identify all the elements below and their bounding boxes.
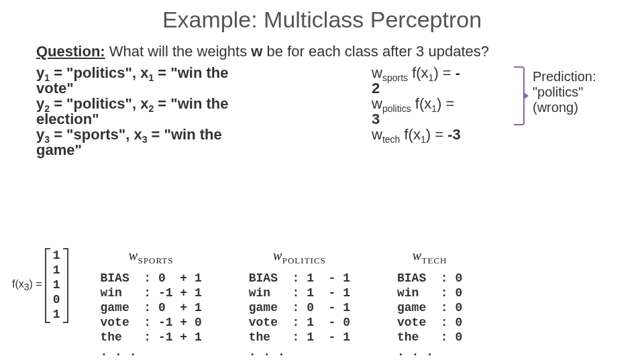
w-sports-header: wSPORTS	[129, 248, 174, 266]
score-tech: 3 wtech f(x1) = -3	[372, 111, 513, 145]
y3-eq: = "sports", x	[50, 126, 142, 143]
politics-val: 3	[372, 111, 380, 127]
w-politics-header: wPOLITICS	[273, 248, 326, 266]
fx-eq: ) =	[433, 64, 455, 81]
training-examples: y1 = "politics", x1 = "win the vote" y2 …	[36, 65, 325, 158]
w-sym-hdr3: w	[413, 248, 422, 263]
tables-row: f(x3) = 1 1 1 0 1 wSPORTS BIAS : 0 + 1 w…	[0, 248, 644, 360]
w-politics-sub: POLITICS	[282, 255, 326, 265]
fx-open2: f(x	[411, 95, 432, 112]
y-sym: y	[36, 64, 44, 81]
wsym2: w	[372, 95, 382, 112]
w-tech-group: wTECH BIAS : 0 win : 0 game : 0 vote : 0…	[397, 248, 462, 360]
sports-val: -	[455, 64, 460, 81]
y1-eq: = "politics", x	[50, 64, 148, 81]
fx-v0: 1	[53, 249, 60, 263]
w-sym-hdr2: w	[273, 248, 282, 263]
fx-values: 1 1 1 0 1	[50, 249, 63, 322]
slide-body: Question: What will the weights w be for…	[0, 33, 644, 158]
fx-label: f(x3) =	[12, 278, 42, 292]
fx-sub-lbl: 3	[24, 282, 30, 293]
sports-val2: 2	[372, 80, 380, 97]
fx-b: ) =	[30, 278, 42, 290]
w-sports-group: wSPORTS BIAS : 0 + 1 win : -1 + 1 game :…	[101, 248, 202, 360]
fx-sub2: 1	[431, 103, 437, 114]
x2-cont: election"	[36, 111, 99, 127]
x1-val: = "win the	[154, 64, 228, 81]
example-line-3: election" y3 = "sports", x3 = "win the	[36, 111, 325, 145]
x1-cont: vote"	[36, 80, 74, 97]
fx-open: f(x	[408, 64, 429, 81]
w-sym-hdr1: w	[129, 248, 138, 263]
wsports-sub: sports	[382, 72, 408, 83]
w-tech-table: BIAS : 0 win : 0 game : 0 vote : 0 the :…	[397, 272, 462, 360]
y3-sym: y	[36, 126, 44, 143]
w-politics-table: BIAS : 1 - 1 win : 1 - 1 game : 0 - 1 vo…	[249, 272, 350, 360]
prediction-value: "politics"	[533, 84, 596, 100]
y2-sym: y	[36, 95, 44, 112]
question-label: Question:	[36, 43, 105, 60]
fx-a: f(x	[12, 278, 24, 290]
fx-vector-block: f(x3) = 1 1 1 0 1	[12, 248, 68, 323]
fx-eq2: ) =	[437, 95, 454, 112]
fx-sub3: 1	[421, 134, 426, 145]
question-part2: be for each class after 3 updates?	[262, 43, 489, 60]
prediction-box: Prediction: "politics" (wrong)	[533, 69, 596, 115]
left-bracket-icon	[45, 248, 50, 323]
x2-val: = "win the	[154, 95, 228, 112]
wtech-sub: tech	[382, 134, 400, 145]
examples-block: y1 = "politics", x1 = "win the vote" y2 …	[36, 65, 608, 158]
prediction-wrong: (wrong)	[533, 100, 596, 115]
score-politics: 2 wpolitics f(x1) =	[372, 80, 513, 114]
w-politics-group: wPOLITICS BIAS : 1 - 1 win : 1 - 1 game …	[249, 248, 350, 360]
fx-eq3: ) =	[426, 126, 447, 143]
wpolitics-sub: politics	[382, 103, 411, 114]
wsym: w	[372, 64, 382, 81]
fx-v3: 0	[53, 293, 60, 308]
right-bracket-icon	[63, 248, 68, 323]
fx-open3: f(x	[400, 126, 421, 143]
prediction-label: Prediction:	[533, 69, 596, 84]
x3-val: = "win the	[147, 126, 221, 143]
slide-title: Example: Multiclass Perceptron	[0, 7, 644, 33]
w-sports-table: BIAS : 0 + 1 win : -1 + 1 game : 0 + 1 v…	[101, 272, 202, 360]
y2-eq: = "politics", x	[50, 95, 148, 112]
score-column: wsports f(x1) = - 2 wpolitics f(x1) = 3 …	[372, 65, 513, 142]
question-w: w	[251, 43, 262, 60]
bracket-icon	[514, 66, 525, 125]
fx-v2: 1	[53, 278, 60, 293]
fx-v1: 1	[53, 263, 60, 278]
w-sports-sub: SPORTS	[138, 255, 174, 265]
wsym3: w	[372, 126, 382, 143]
w-tech-header: wTECH	[413, 248, 447, 266]
fx-vector: 1 1 1 0 1	[45, 248, 68, 323]
question-text: Question: What will the weights w be for…	[36, 42, 608, 61]
tech-val: -3	[447, 126, 461, 143]
example-line-2: vote" y2 = "politics", x2 = "win the	[36, 80, 325, 114]
question-part1: What will the weights	[105, 43, 252, 60]
w-tech-sub: TECH	[422, 255, 447, 265]
fx-v4: 1	[53, 308, 60, 322]
